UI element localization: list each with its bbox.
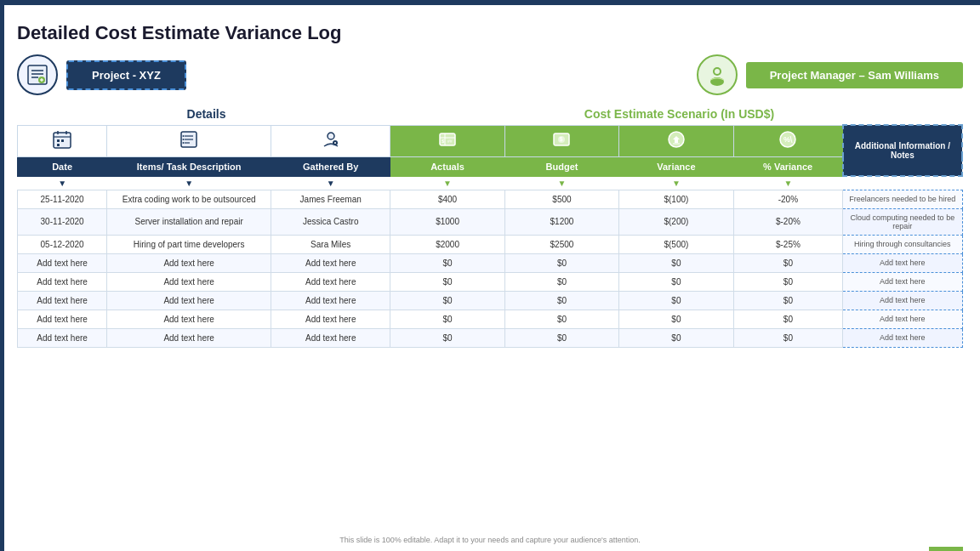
table-body: 25-11-2020Extra coding work to be outsou… [18,190,963,347]
table-row: 25-11-2020Extra coding work to be outsou… [18,190,963,208]
notes-header-cell: Additional Information / Notes [843,125,962,176]
date-cell: Add text here [18,291,107,310]
gathered-chevron: ▼ [271,176,390,190]
gathered-cell: Add text here [271,328,390,347]
actuals-col-label: Actuals [390,156,504,176]
task-col-label: Items/ Task Description [107,156,271,176]
table-row: Add text hereAdd text hereAdd text here$… [18,328,963,347]
manager-box: Project Manager – Sam Williams [697,54,963,95]
gathered-cell: James Freeman [271,190,390,208]
project-icon [17,54,58,95]
gathered-cell: Jessica Castro [271,208,390,235]
task-cell: Hiring of part time developers [107,235,271,253]
notes-cell: Add text here [843,253,962,272]
svg-rect-15 [61,139,64,142]
notes-chevron [843,176,962,190]
table-row: Add text hereAdd text hereAdd text here$… [18,310,963,328]
notes-cell: Freelancers needed to be hired [843,190,962,208]
notes-cell: Add text here [843,291,962,310]
svg-rect-16 [57,144,60,146]
icon-header-row: $ ## $ [18,125,963,156]
pct-variance-cell: -20% [733,190,843,208]
task-icon-cell [107,125,271,156]
variance-cell: $0 [619,253,733,272]
svg-text:$: $ [560,136,563,143]
variance-cell: $0 [619,310,733,328]
budget-cell: $1200 [504,208,618,235]
budget-cell: $0 [504,253,618,272]
pct-variance-icon-cell: % [733,125,843,156]
scenario-section-header: Cost Estimate Scenario (In USD$) [396,107,963,124]
budget-cell: $2500 [504,235,618,253]
pct-variance-cell: $0 [733,310,843,328]
actuals-chevron: ▼ [390,176,504,190]
variance-cell: $(200) [619,208,733,235]
date-cell: Add text here [18,328,107,347]
page: Detailed Cost Estimate Variance Log Proj… [0,0,980,551]
table-row: 30-11-2020Server installation and repair… [18,208,963,235]
manager-icon [697,54,738,95]
project-label: Project - XYZ [66,60,186,90]
gathered-cell: Add text here [271,272,390,291]
section-headers: Details Cost Estimate Scenario (In USD$) [17,107,963,124]
pct-variance-cell: $-20% [733,208,843,235]
pct-variance-chevron: ▼ [733,176,843,190]
notes-cell: Hiring through consultancies [843,235,962,253]
actuals-cell: $1000 [390,208,504,235]
top-accent-bar [0,0,980,5]
date-cell: Add text here [18,253,107,272]
main-table: $ ## $ [17,124,963,348]
pct-variance-cell: $0 [733,291,843,310]
svg-rect-14 [57,139,60,142]
notes-cell: Cloud computing needed to be repair [843,208,962,235]
pct-variance-cell: $-25% [733,235,843,253]
task-chevron: ▼ [107,176,271,190]
table-row: 05-12-2020Hiring of part time developers… [18,235,963,253]
gathered-icon-cell [271,125,390,156]
svg-point-23 [183,142,185,144]
budget-chevron: ▼ [504,176,618,190]
table-row: Add text hereAdd text hereAdd text here$… [18,291,963,310]
left-accent-bar [0,0,4,551]
table-row: Add text hereAdd text hereAdd text here$… [18,253,963,272]
gathered-cell: Add text here [271,291,390,310]
budget-col-label: Budget [504,156,618,176]
actuals-cell: $2000 [390,235,504,253]
svg-point-21 [183,135,185,137]
date-chevron: ▼ [18,176,107,190]
variance-cell: $(500) [619,235,733,253]
gathered-cell: Sara Miles [271,235,390,253]
svg-point-24 [328,133,334,139]
actuals-cell: $400 [390,190,504,208]
svg-point-22 [183,139,185,140]
actuals-cell: $0 [390,310,504,328]
details-section-header: Details [17,107,396,124]
notes-cell: Add text here [843,310,962,328]
page-title: Detailed Cost Estimate Variance Log [17,22,963,44]
date-cell: 25-11-2020 [18,190,107,208]
variance-icon-cell [619,125,733,156]
date-cell: 30-11-2020 [18,208,107,235]
budget-cell: $0 [504,272,618,291]
svg-point-9 [715,69,720,74]
notes-cell: Add text here [843,328,962,347]
project-box: Project - XYZ [17,54,186,95]
variance-chevron: ▼ [619,176,733,190]
svg-text:%: % [783,135,790,144]
actuals-cell: $0 [390,272,504,291]
task-cell: Add text here [107,272,271,291]
variance-cell: $0 [619,272,733,291]
variance-cell: $0 [619,328,733,347]
svg-text:##: ## [447,139,453,144]
bottom-accent-bar [929,547,963,551]
variance-col-label: Variance [619,156,733,176]
actuals-cell: $0 [390,253,504,272]
date-cell: 05-12-2020 [18,235,107,253]
task-cell: Server installation and repair [107,208,271,235]
header-row: Project - XYZ Project Manager – Sam Will… [17,54,963,95]
date-col-label: Date [18,156,107,176]
task-cell: Add text here [107,253,271,272]
budget-cell: $0 [504,310,618,328]
pct-variance-col-label: % Variance [733,156,843,176]
actuals-cell: $0 [390,328,504,347]
